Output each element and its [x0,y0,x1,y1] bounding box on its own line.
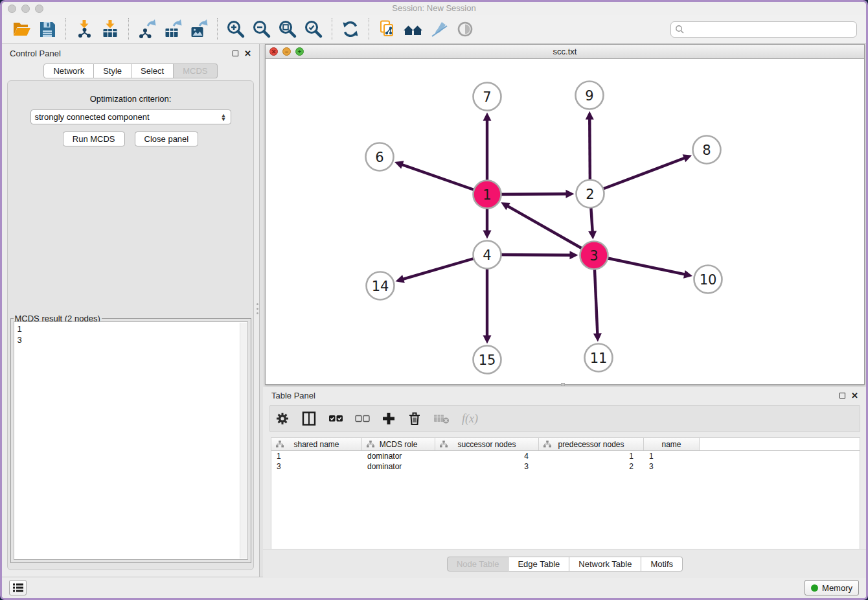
node-table-header: shared nameMCDS rolesuccessor nodesprede… [271,438,860,451]
graph-node-label: 8 [702,143,711,158]
task-history-button[interactable] [9,580,27,595]
show-columns-button[interactable] [301,411,317,426]
delete-column-button[interactable] [407,411,422,426]
control-panel-title: Control Panel [10,49,61,58]
table-panel: Table Panel ✕ [263,387,867,578]
mcds-result-item: 1 [17,323,244,334]
memory-label: Memory [822,583,852,593]
graph-node-2[interactable]: 2 [577,180,604,208]
close-table-panel-icon[interactable]: ✕ [851,393,858,398]
column-type-icon [367,441,374,448]
zoom-fit-button[interactable] [275,17,301,41]
graph-node-1[interactable]: 1 [474,181,501,209]
tab-edge-table[interactable]: Edge Table [508,557,569,571]
graph-node-label: 11 [590,351,608,366]
graph-node-10[interactable]: 10 [694,266,722,294]
tab-motifs[interactable]: Motifs [641,557,683,571]
float-panel-icon[interactable] [233,51,238,56]
column-header[interactable]: name [644,438,700,450]
table-row[interactable]: 1dominator411 [271,451,860,461]
mcds-result-list[interactable]: 13 [14,321,248,560]
search-box[interactable] [670,21,857,38]
export-image-button[interactable] [186,17,212,41]
float-table-panel-icon[interactable] [839,393,845,398]
graph-node-8[interactable]: 8 [693,136,721,164]
save-session-button[interactable] [34,17,60,41]
graph-node-7[interactable]: 7 [474,83,501,111]
column-header-label: name [661,440,681,449]
optimization-criterion-label: Optimization criterion: [90,94,172,104]
tab-mcds[interactable]: MCDS [174,63,217,78]
network-close-button[interactable]: ✕ [269,47,278,56]
add-column-button[interactable] [382,411,396,426]
main-toolbar [2,15,866,44]
export-network-button[interactable] [134,17,160,41]
export-table-button[interactable] [160,17,186,41]
table-settings-button[interactable] [275,411,290,426]
table-cell: 1 [271,452,362,461]
network-window-titlebar[interactable]: ✕ − + scc.txt [266,45,864,59]
import-table-button[interactable] [97,17,123,41]
search-icon [675,25,684,34]
graph-node-4[interactable]: 4 [474,241,501,269]
run-mcds-button[interactable]: Run MCDS [63,132,125,146]
table-panel-title: Table Panel [271,391,315,400]
mcds-panel: Optimization criterion: strongly connect… [7,80,254,570]
zoom-in-button[interactable] [223,17,249,41]
import-network-button[interactable] [71,17,97,41]
close-panel-icon[interactable]: ✕ [244,51,251,56]
select-all-button[interactable] [328,413,343,424]
graph-node-6[interactable]: 6 [366,143,394,171]
export-table-icon [163,19,183,39]
clone-network-button[interactable] [374,17,400,41]
result-scrollbar[interactable] [240,323,247,559]
save-icon [38,19,57,39]
graph-edge[interactable] [590,158,685,194]
brush-icon [429,19,449,39]
maximize-window-button[interactable] [35,5,43,13]
splitter-grip[interactable] [256,303,258,320]
graph-edge-arrowhead [683,270,692,279]
network-minimize-button[interactable]: − [282,47,291,56]
columns-icon [301,411,317,426]
column-header[interactable]: predecessor nodes [539,438,644,450]
tab-network-table[interactable]: Network Table [569,557,641,571]
window-title: Session: New Session [2,2,866,15]
column-header[interactable]: shared name [271,438,362,450]
zoom-out-button[interactable] [249,17,275,41]
column-header[interactable]: MCDS role [362,438,435,450]
table-cell: 1 [539,452,644,461]
zoom-selected-button[interactable] [301,17,326,41]
optimization-criterion-select[interactable]: strongly connected component ▲▼ [30,110,231,124]
tab-style[interactable]: Style [94,63,131,78]
column-header-label: predecessor nodes [558,440,624,449]
lens-button[interactable] [452,17,478,41]
close-window-button[interactable] [8,5,16,13]
close-panel-button[interactable]: Close panel [135,132,199,146]
tab-node-table[interactable]: Node Table [447,557,509,571]
graph-edge-arrowhead [588,231,597,239]
graph-edge[interactable] [507,206,594,255]
refresh-layout-button[interactable] [337,17,363,41]
graph-node-11[interactable]: 11 [585,344,613,372]
open-folder-button[interactable] [8,17,34,41]
graph-node-9[interactable]: 9 [576,82,604,110]
home-button[interactable] [400,17,426,41]
table-row[interactable]: 3dominator323 [271,461,860,472]
tab-network[interactable]: Network [43,63,94,78]
network-canvas[interactable]: 7968124314101511 [266,59,864,384]
graph-node-14[interactable]: 14 [367,272,394,300]
search-input[interactable] [687,25,852,34]
network-maximize-button[interactable]: + [295,47,304,56]
graph-node-3[interactable]: 3 [580,242,608,270]
content-area: Control Panel ✕ Network Style Select MCD… [2,44,866,577]
column-header[interactable]: successor nodes [435,438,539,450]
network-resize-grip[interactable] [561,383,565,386]
style-brush-button[interactable] [426,17,452,41]
graph-node-15[interactable]: 15 [474,346,501,374]
tab-select[interactable]: Select [131,63,174,78]
clear-selection-button[interactable] [355,413,370,424]
graph-node-label: 3 [589,248,598,264]
minimize-window-button[interactable] [21,5,30,13]
memory-button[interactable]: Memory [805,580,859,595]
